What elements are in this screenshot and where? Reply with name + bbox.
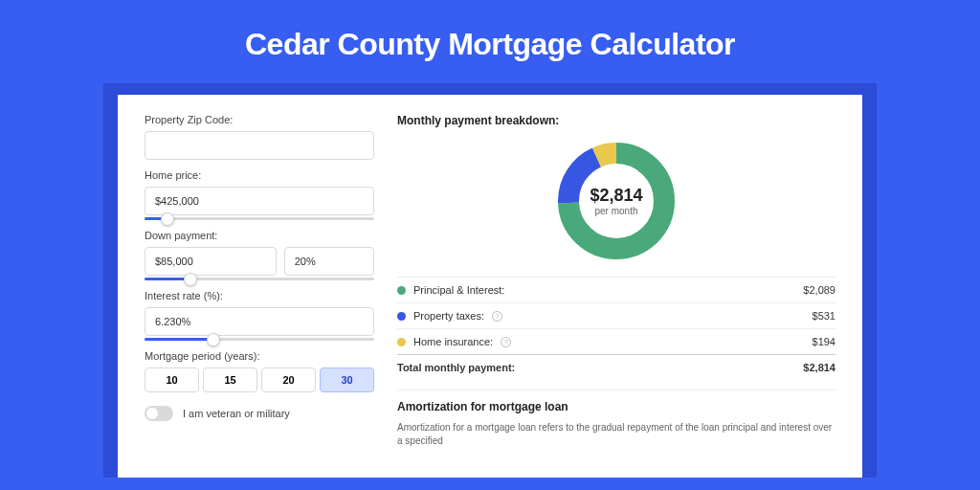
breakdown-title: Monthly payment breakdown: [397,114,835,127]
info-icon[interactable]: ? [492,311,502,322]
breakdown-amount: $194 [813,336,835,347]
dot-icon [397,286,406,295]
down-label: Down payment: [145,230,374,241]
donut-chart: $2,814 per month [554,139,679,263]
down-slider[interactable] [145,278,374,280]
breakdown-row-insurance: Home insurance: ? $194 [397,328,835,354]
info-icon[interactable]: ? [501,337,511,347]
donut-amount: $2,814 [590,186,642,206]
rate-field: Interest rate (%): [145,290,374,341]
form-panel: Property Zip Code: Home price: Down paym… [145,114,374,478]
total-label: Total monthly payment: [397,362,515,373]
down-percent-input[interactable] [284,247,374,276]
breakdown-amount: $2,089 [803,284,835,296]
veteran-row: I am veteran or military [145,406,374,421]
breakdown-row-taxes: Property taxes: ? $531 [397,302,835,328]
dot-icon [397,312,406,321]
period-10-button[interactable]: 10 [145,368,199,392]
price-input[interactable] [145,187,374,215]
rate-input[interactable] [145,307,374,336]
amortization-title: Amortization for mortgage loan [397,400,835,413]
dot-icon [397,338,406,346]
period-button-group: 10 15 20 30 [145,368,374,392]
price-slider[interactable] [145,217,374,220]
total-amount: $2,814 [803,362,835,373]
down-amount-input[interactable] [145,247,277,276]
page-title: Cedar County Mortgage Calculator [0,27,980,62]
down-field: Down payment: [145,230,374,280]
period-label: Mortgage period (years): [145,350,374,362]
donut-center: $2,814 per month [554,139,679,263]
breakdown-row-total: Total monthly payment: $2,814 [397,354,835,380]
donut-wrap: $2,814 per month [397,139,835,263]
period-20-button[interactable]: 20 [261,368,316,392]
hero: Cedar County Mortgage Calculator [0,0,980,83]
price-field: Home price: [145,169,374,220]
breakdown-row-principal: Principal & Interest: $2,089 [397,277,835,302]
veteran-label: I am veteran or military [183,408,290,419]
card-backdrop: Property Zip Code: Home price: Down paym… [103,83,877,478]
breakdown-amount: $531 [813,310,835,322]
veteran-toggle[interactable] [145,406,173,421]
breakdown-label: Property taxes: [413,310,484,322]
rate-label: Interest rate (%): [145,290,374,301]
breakdown-label: Principal & Interest: [413,284,504,296]
zip-input[interactable] [145,131,374,160]
period-30-button[interactable]: 30 [320,368,374,392]
breakdown-panel: Monthly payment breakdown: $2,814 per mo… [397,114,835,478]
amortization-section: Amortization for mortgage loan Amortizat… [397,390,835,448]
price-label: Home price: [145,169,374,181]
period-field: Mortgage period (years): 10 15 20 30 [145,350,374,392]
zip-field: Property Zip Code: [145,114,374,160]
zip-label: Property Zip Code: [145,114,374,125]
calculator-card: Property Zip Code: Home price: Down paym… [118,95,862,478]
rate-slider[interactable] [145,338,374,341]
breakdown-label: Home insurance: [413,336,493,347]
donut-sub: per month [594,206,637,216]
period-15-button[interactable]: 15 [203,368,257,392]
amortization-text: Amortization for a mortgage loan refers … [397,421,835,448]
